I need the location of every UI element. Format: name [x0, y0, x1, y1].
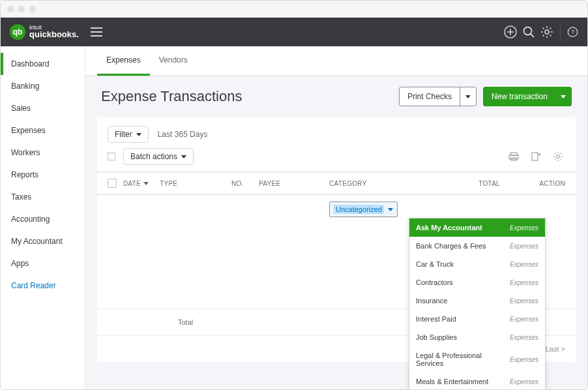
chevron-down-icon [181, 155, 186, 158]
category-select[interactable]: Uncategorized [329, 202, 398, 217]
sidebar-item-label: Apps [11, 259, 29, 268]
button-label: Filter [115, 130, 132, 139]
filter-button[interactable]: Filter [108, 126, 149, 143]
brand-text: intuit quickbooks. [29, 25, 79, 39]
dropdown-item-group: Expenses [510, 243, 538, 250]
col-label: DATE [123, 180, 141, 187]
window-titlebar [1, 1, 587, 18]
dropdown-item[interactable]: Legal & Professional ServicesExpenses [409, 346, 545, 372]
sidebar-item-sales[interactable]: Sales [1, 97, 85, 119]
chevron-down-icon [136, 133, 141, 136]
select-all-checkbox[interactable] [108, 179, 117, 188]
svg-text:?: ? [571, 29, 574, 35]
col-label: CATEGORY [329, 180, 367, 187]
sidebar-item-taxes[interactable]: Taxes [1, 186, 85, 208]
dropdown-item-group: Expenses [510, 279, 538, 286]
sidebar-item-expenses[interactable]: Expenses [1, 119, 85, 142]
dropdown-item[interactable]: Ask My AccountantExpenses [409, 218, 545, 237]
sidebar-item-label: Taxes [11, 192, 31, 202]
export-icon[interactable] [529, 149, 543, 164]
search-icon[interactable] [520, 23, 538, 41]
svg-rect-8 [532, 153, 538, 160]
sidebar-item-apps[interactable]: Apps [1, 252, 85, 275]
sidebar-item-dashboard[interactable]: Dashboard [1, 53, 85, 75]
svg-point-9 [557, 155, 560, 158]
dropdown-item-group: Expenses [510, 261, 538, 268]
main-content: Expenses Vendors Expense Transactions Pr… [85, 46, 587, 389]
top-bar: qb intuit quickbooks. ? [1, 18, 587, 46]
col-category[interactable]: CATEGORY [329, 179, 444, 188]
batch-actions-button[interactable]: Batch actions [123, 148, 194, 165]
dropdown-item-label: Bank Charges & Fees [416, 242, 486, 250]
brand-logo: qb intuit quickbooks. [10, 24, 79, 40]
settings-gear-icon[interactable] [551, 149, 565, 164]
dropdown-item-label: Car & Truck [416, 260, 454, 268]
sidebar-item-label: Reports [11, 170, 38, 179]
dropdown-item-label: Legal & Professional Services [416, 352, 510, 367]
button-label: Batch actions [130, 152, 177, 161]
col-no[interactable]: NO. [231, 179, 259, 188]
tab-vendors[interactable]: Vendors [150, 46, 197, 76]
tab-expenses[interactable]: Expenses [97, 46, 150, 76]
page-header: Expense Transactions Print Checks New tr… [85, 76, 587, 117]
col-label: TYPE [160, 180, 177, 187]
sidebar-item-banking[interactable]: Banking [1, 75, 85, 97]
dropdown-item-label: Contractors [416, 278, 453, 286]
dropdown-item[interactable]: Job SuppliesExpenses [409, 328, 545, 346]
qb-logo-icon: qb [10, 24, 25, 40]
dropdown-item[interactable]: ContractorsExpenses [409, 273, 545, 292]
chevron-down-icon[interactable] [555, 87, 571, 106]
sidebar-item-accounting[interactable]: Accounting [1, 208, 85, 230]
window-min-dot[interactable] [18, 6, 25, 12]
dropdown-item-group: Expenses [510, 378, 538, 385]
sidebar-item-workers[interactable]: Workers [1, 142, 85, 164]
batch-row: Batch actions [97, 148, 576, 172]
dropdown-item-group: Expenses [510, 297, 538, 305]
svg-rect-6 [509, 155, 518, 159]
dropdown-item-group: Expenses [510, 356, 538, 363]
page-title: Expense Transactions [101, 88, 242, 105]
hamburger-menu-icon[interactable] [91, 27, 102, 37]
dropdown-item[interactable]: Car & TruckExpenses [409, 255, 545, 273]
sidebar-item-my-accountant[interactable]: My Accountant [1, 230, 85, 252]
sidebar-nav: Dashboard Banking Sales Expenses Workers… [1, 46, 85, 389]
create-icon[interactable] [501, 23, 520, 41]
print-checks-button[interactable]: Print Checks [399, 87, 477, 106]
col-label: TOTAL [478, 180, 500, 187]
help-icon[interactable]: ? [560, 23, 578, 41]
col-label: PAYEE [259, 180, 280, 187]
button-label: Print Checks [400, 92, 460, 101]
dropdown-item[interactable]: Interest PaidExpenses [409, 310, 545, 328]
select-partial-checkbox[interactable] [108, 153, 115, 160]
window-close-dot[interactable] [7, 6, 14, 12]
window-max-dot[interactable] [29, 6, 36, 12]
sidebar-item-reports[interactable]: Reports [1, 164, 85, 186]
dropdown-item[interactable]: Meals & EntertainmentExpenses [409, 372, 545, 389]
dropdown-item-label: Meals & Entertainment [416, 378, 488, 385]
chevron-down-icon[interactable] [460, 87, 476, 106]
col-type[interactable]: TYPE [160, 179, 231, 188]
col-payee[interactable]: PAYEE [259, 179, 329, 188]
svg-point-2 [545, 30, 549, 34]
brand-product: quickbooks. [29, 29, 79, 39]
sidebar-item-label: Dashboard [11, 59, 50, 68]
sidebar-item-label: Banking [11, 82, 39, 91]
total-label: Total [178, 318, 193, 326]
sidebar-item-label: Accounting [11, 215, 50, 224]
dropdown-item[interactable]: Bank Charges & FeesExpenses [409, 237, 545, 255]
sidebar-item-card-reader[interactable]: Card Reader [1, 275, 85, 297]
dropdown-item-label: Interest Paid [416, 315, 456, 323]
svg-rect-5 [510, 153, 517, 155]
sidebar-item-label: My Accountant [11, 237, 63, 246]
col-label: NO. [231, 180, 244, 187]
new-transaction-button[interactable]: New transaction [483, 87, 572, 106]
filter-range-label: Last 365 Days [158, 130, 208, 139]
col-total[interactable]: TOTAL [444, 179, 500, 188]
gear-icon[interactable] [538, 23, 556, 41]
table-header: DATE TYPE NO. PAYEE CATEGORY TOTAL ACTIO… [97, 172, 576, 195]
print-icon[interactable] [507, 149, 521, 164]
tab-label: Vendors [159, 55, 188, 65]
dropdown-item[interactable]: InsuranceExpenses [409, 292, 545, 310]
col-date[interactable]: DATE [123, 179, 160, 188]
category-select-value: Uncategorized [334, 205, 384, 214]
